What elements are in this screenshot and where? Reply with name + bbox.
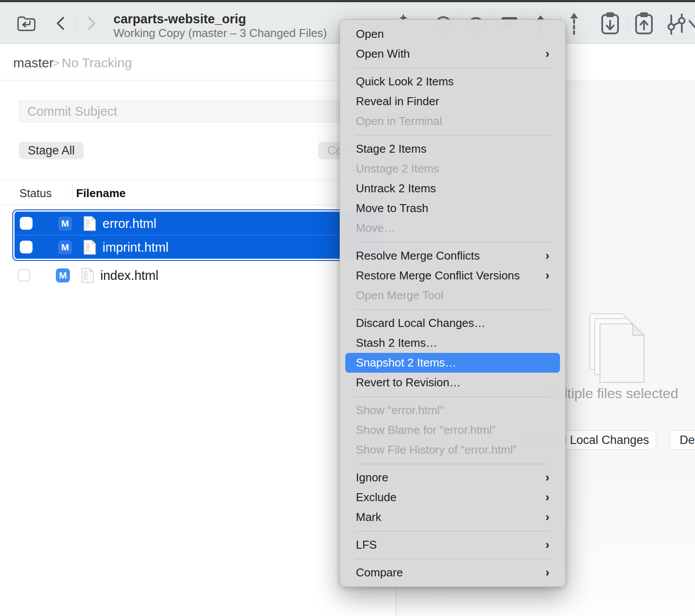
submenu-chevron-icon: › xyxy=(545,507,549,527)
forward-icon[interactable] xyxy=(87,16,97,30)
window-top-edge xyxy=(0,0,695,2)
stage-checkbox[interactable] xyxy=(20,217,33,230)
compare-branches-icon[interactable] xyxy=(667,14,686,35)
menu-item-compare[interactable]: Compare› xyxy=(340,563,565,583)
menu-separator xyxy=(340,392,565,400)
menu-separator xyxy=(340,555,565,563)
menu-item-open-with[interactable]: Open With› xyxy=(340,44,565,64)
menu-item-restore-merge-conflict-versions[interactable]: Restore Merge Conflict Versions› xyxy=(340,266,565,286)
selected-rows-group: M error.html M xyxy=(12,209,384,261)
menu-item-mark[interactable]: Mark› xyxy=(340,507,565,527)
clipped-edge-icon[interactable] xyxy=(689,18,695,28)
stage-checkbox[interactable] xyxy=(18,269,30,282)
stage-all-button[interactable]: Stage All xyxy=(19,142,84,159)
breadcrumb-chevron-icon: > xyxy=(52,55,60,70)
file-icon xyxy=(84,240,96,255)
back-icon[interactable] xyxy=(55,16,65,30)
breadcrumb-branch[interactable]: master xyxy=(13,55,54,70)
toolbar-separator xyxy=(76,15,76,33)
menu-item-revert-to-revision[interactable]: Revert to Revision… xyxy=(340,373,565,392)
menu-item-move-to-trash[interactable]: Move to Trash xyxy=(340,198,565,218)
menu-item-unstage: Unstage 2 Items xyxy=(340,159,565,179)
status-badge-modified: M xyxy=(56,268,70,282)
table-row-imprint-html[interactable]: M imprint.html xyxy=(15,235,381,259)
file-icon xyxy=(84,216,96,231)
menu-separator xyxy=(340,238,565,246)
status-badge-modified: M xyxy=(58,240,72,254)
submenu-chevron-icon: › xyxy=(545,535,549,555)
menu-item-exclude[interactable]: Exclude› xyxy=(340,488,565,507)
menu-item-move: Move… xyxy=(340,218,565,238)
column-header-status[interactable]: Status xyxy=(19,187,52,200)
stage-checkbox[interactable] xyxy=(20,241,33,253)
menu-item-quick-look[interactable]: Quick Look 2 Items xyxy=(340,72,565,92)
apply-stash-icon[interactable] xyxy=(635,11,653,35)
menu-item-open[interactable]: Open xyxy=(340,24,565,44)
breadcrumb-tracking: No Tracking xyxy=(62,55,132,70)
menu-item-reveal-in-finder[interactable]: Reveal in Finder xyxy=(340,92,565,111)
menu-separator xyxy=(340,527,565,535)
menu-item-resolve-merge-conflicts[interactable]: Resolve Merge Conflicts› xyxy=(340,246,565,266)
working-copy-icon[interactable] xyxy=(17,15,36,32)
page-subtitle: Working Copy (master – 3 Changed Files) xyxy=(113,26,327,40)
toolbar-separator xyxy=(628,15,629,34)
submenu-chevron-icon: › xyxy=(545,266,549,286)
filename-label: error.html xyxy=(102,216,156,231)
table-row-index-html[interactable]: M index.html xyxy=(12,263,384,287)
delete-button[interactable]: Delete xyxy=(669,430,695,450)
menu-item-stage[interactable]: Stage 2 Items xyxy=(340,139,565,159)
file-icon xyxy=(81,268,94,283)
menu-separator xyxy=(340,460,565,468)
submenu-chevron-icon: › xyxy=(545,488,549,507)
menu-item-open-merge-tool: Open Merge Tool xyxy=(340,286,565,305)
menu-item-lfs[interactable]: LFS› xyxy=(340,535,565,555)
staging-pane: Stage All Commit Status Filename M xyxy=(0,80,396,616)
menu-item-stash[interactable]: Stash 2 Items… xyxy=(340,333,565,353)
table-header-bottom-border xyxy=(0,205,396,205)
menu-item-untrack[interactable]: Untrack 2 Items xyxy=(340,179,565,198)
menu-separator xyxy=(340,305,565,313)
menu-item-show-file: Show “error.html” xyxy=(340,400,565,420)
table-row-error-html[interactable]: M error.html xyxy=(15,212,381,235)
multiple-files-icon xyxy=(589,313,647,384)
filename-label: imprint.html xyxy=(102,240,168,255)
stash-icon[interactable] xyxy=(601,11,619,35)
status-badge-modified: M xyxy=(58,216,72,231)
context-menu: Open Open With› Quick Look 2 Items Revea… xyxy=(340,19,566,587)
menu-separator xyxy=(340,131,565,139)
commit-subject-input[interactable] xyxy=(19,100,369,122)
menu-item-discard-local-changes[interactable]: Discard Local Changes… xyxy=(340,313,565,333)
submenu-chevron-icon: › xyxy=(545,44,549,64)
submenu-chevron-icon: › xyxy=(545,468,549,488)
submenu-chevron-icon: › xyxy=(545,246,549,266)
force-push-icon[interactable] xyxy=(570,12,578,35)
menu-item-open-in-terminal: Open in Terminal xyxy=(340,111,565,131)
filename-label: index.html xyxy=(100,268,158,283)
menu-item-snapshot[interactable]: Snapshot 2 Items… xyxy=(345,353,560,373)
column-divider[interactable] xyxy=(72,183,73,202)
menu-item-ignore[interactable]: Ignore› xyxy=(340,468,565,488)
menu-item-show-file-history: Show File History of “error.html” xyxy=(340,440,565,460)
menu-separator xyxy=(340,64,565,72)
table-header: Status Filename xyxy=(0,181,396,205)
column-header-filename[interactable]: Filename xyxy=(76,187,126,200)
menu-item-show-blame: Show Blame for “error.html” xyxy=(340,420,565,440)
submenu-chevron-icon: › xyxy=(545,563,549,583)
page-title: carparts-website_orig xyxy=(113,12,246,26)
